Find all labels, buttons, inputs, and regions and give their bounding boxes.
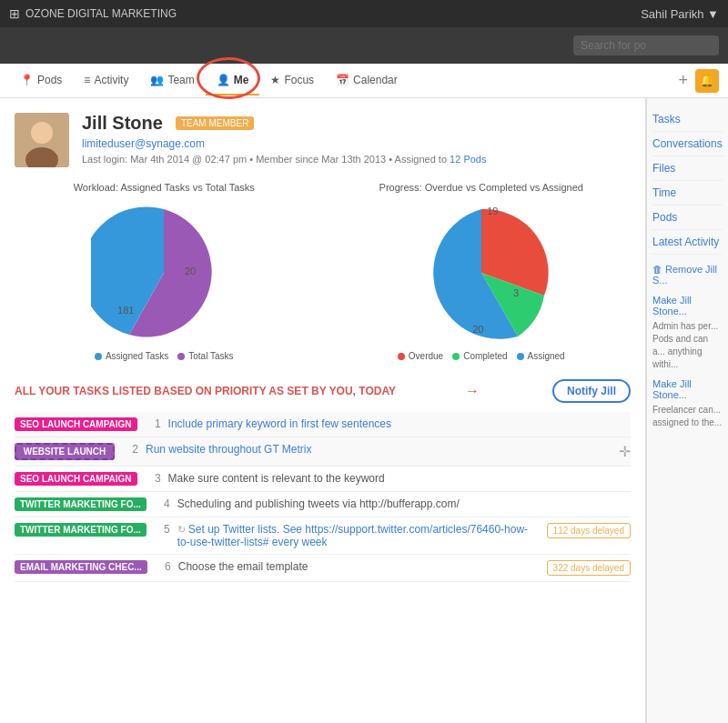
sidebar-link-tasks[interactable]: Tasks (652, 107, 723, 132)
table-row: WEBSITE LAUNCH 2 Run website throughout … (15, 437, 631, 467)
pod-label: EMAIL MARKETING CHEC... (15, 560, 147, 574)
calendar-icon: 📅 (336, 74, 349, 86)
legend-completed: Completed (452, 351, 507, 361)
progress-label-20: 20 (472, 324, 483, 335)
profile-meta: Last login: Mar 4th 2014 @ 02:47 pm • Me… (82, 154, 486, 165)
bell-button[interactable]: 🔔 (695, 69, 719, 93)
table-row: TWITTER MARKETING FO... 4 Scheduling and… (15, 492, 631, 517)
legend-assigned: Assigned Tasks (95, 351, 168, 361)
progress-chart-title: Progress: Overdue vs Completed vs Assign… (332, 182, 632, 193)
tasks-header-text: ALL YOUR TASKS LISTED BASED ON PRIORITY … (15, 385, 396, 397)
right-sidebar: Tasks Conversations Files Time Pods Late… (646, 98, 728, 723)
make-stone-text-2: Freelancer can... assigned to the... (652, 404, 723, 429)
make-stone-action-2[interactable]: Make Jill Stone... (652, 378, 723, 400)
user-name: Sahil Parikh ▼ (641, 7, 719, 21)
bell-icon: 🔔 (700, 74, 714, 87)
legend-assigned-p: Assigned (517, 351, 565, 361)
pods-link[interactable]: 12 Pods (450, 154, 486, 165)
workload-chart-title: Workload: Assigned Tasks vs Total Tasks (15, 182, 314, 193)
arrow-icon: → (465, 383, 480, 399)
sidebar-link-pods[interactable]: Pods (652, 206, 723, 230)
app-title: OZONE DIGITAL MARKETING (25, 7, 177, 20)
task-num: 4 (154, 497, 170, 510)
content-area: Jill Stone TEAM MEMBER limiteduser@synag… (0, 98, 646, 723)
app-icon: ⊞ (9, 6, 20, 21)
team-badge: TEAM MEMBER (176, 116, 254, 130)
table-row: SEO LAUNCH CAMPAIGN 1 Include primary ke… (15, 412, 631, 437)
task-list: SEO LAUNCH CAMPAIGN 1 Include primary ke… (15, 412, 631, 582)
profile-email[interactable]: limiteduser@synage.com (82, 137, 486, 150)
pod-label: TWITTER MARKETING FO... (15, 523, 147, 537)
search-input[interactable] (573, 35, 719, 55)
tab-pods[interactable]: 📍 Pods (9, 66, 73, 95)
sidebar-link-files[interactable]: Files (652, 156, 723, 181)
table-row: TWITTER MARKETING FO... 5 ↻ Set up Twitt… (15, 517, 631, 555)
avatar (15, 113, 69, 167)
task-desc: Make sure content is relevant to the key… (168, 472, 631, 485)
task-desc: Choose the email template (178, 560, 540, 573)
notify-button[interactable]: Notify Jill (552, 379, 631, 403)
sidebar-link-conversations[interactable]: Conversations (652, 132, 723, 156)
table-row: SEO LAUNCH CAMPAIGN 3 Make sure content … (15, 467, 631, 492)
tasks-header: ALL YOUR TASKS LISTED BASED ON PRIORITY … (15, 379, 631, 403)
progress-label-19: 19 (487, 206, 498, 216)
top-bar: ⊞ OZONE DIGITAL MARKETING Sahil Parikh ▼ (0, 0, 728, 27)
workload-legend: Assigned Tasks Total Tasks (15, 351, 314, 361)
tab-calendar[interactable]: 📅 Calendar (325, 66, 409, 95)
search-bar (0, 27, 728, 64)
make-stone-action-1[interactable]: Make Jill Stone... (652, 295, 723, 316)
make-stone-text-1: Admin has per... Pods and can a... anyth… (652, 320, 723, 371)
table-row: EMAIL MARKETING CHEC... 6 Choose the ema… (15, 555, 631, 582)
legend-overdue: Overdue (398, 351, 443, 361)
delay-badge-2: 322 days delayed (547, 560, 631, 576)
charts-section: Workload: Assigned Tasks vs Total Tasks … (15, 182, 631, 361)
task-num: 2 (122, 443, 138, 456)
progress-legend: Overdue Completed Assigned (332, 351, 632, 361)
sidebar-link-time[interactable]: Time (652, 181, 723, 206)
workload-label-20: 20 (185, 266, 196, 276)
app-title-section: ⊞ OZONE DIGITAL MARKETING (9, 6, 177, 21)
activity-icon: ≡ (84, 74, 90, 86)
svg-point-3 (33, 124, 51, 142)
progress-label-3: 3 (513, 287, 519, 298)
pod-label: TWITTER MARKETING FO... (15, 497, 147, 511)
progress-chart: Progress: Overdue vs Completed vs Assign… (332, 182, 632, 361)
tab-me[interactable]: 👤 Me (206, 66, 260, 95)
main-layout: Jill Stone TEAM MEMBER limiteduser@synag… (0, 98, 728, 723)
pod-label: SEO LAUNCH CAMPAIGN (15, 417, 137, 431)
task-desc[interactable]: ↻ Set up Twitter lists. See https://supp… (177, 523, 540, 548)
task-num: 6 (155, 560, 171, 573)
delay-badge: 112 days delayed (547, 523, 631, 538)
workload-pie-svg (91, 200, 237, 346)
workload-label-181: 181 (117, 305, 134, 316)
sidebar-link-activity[interactable]: Latest Activity (652, 230, 723, 255)
add-tab-button[interactable]: + (671, 71, 695, 90)
profile-name: Jill Stone (82, 113, 163, 134)
user-icon: 👤 (217, 74, 230, 86)
pin-icon: 📍 (20, 74, 34, 86)
task-desc[interactable]: Include primary keyword in first few sen… (168, 417, 631, 430)
nav-tabs: 📍 Pods ≡ Activity 👥 Team 👤 Me ★ Focus 📅 … (0, 64, 728, 98)
profile-section: Jill Stone TEAM MEMBER limiteduser@synag… (15, 113, 631, 167)
remove-user-action[interactable]: 🗑 Remove Jill S... (652, 264, 723, 286)
tab-activity[interactable]: ≡ Activity (73, 66, 139, 95)
team-icon: 👥 (150, 74, 164, 86)
pod-label: WEBSITE LAUNCH (15, 443, 115, 460)
user-menu[interactable]: Sahil Parikh ▼ (641, 7, 719, 21)
task-desc: Scheduling and publishing tweets via htt… (177, 497, 631, 510)
task-num: 5 (154, 523, 170, 536)
sidebar-actions: 🗑 Remove Jill S... Make Jill Stone... Ad… (652, 264, 723, 429)
profile-info: Jill Stone TEAM MEMBER limiteduser@synag… (82, 113, 486, 165)
tab-focus[interactable]: ★ Focus (259, 66, 325, 95)
task-num: 3 (145, 472, 161, 485)
tab-team[interactable]: 👥 Team (139, 66, 205, 95)
refresh-icon: ↻ (177, 524, 188, 535)
move-icon[interactable]: ✛ (619, 443, 631, 460)
workload-chart: Workload: Assigned Tasks vs Total Tasks … (15, 182, 314, 361)
legend-total: Total Tasks (177, 351, 233, 361)
star-icon: ★ (270, 74, 280, 86)
task-num: 1 (145, 417, 161, 430)
task-desc[interactable]: Run website throughout GT Metrix (146, 443, 612, 456)
pod-label: SEO LAUNCH CAMPAIGN (15, 472, 137, 486)
